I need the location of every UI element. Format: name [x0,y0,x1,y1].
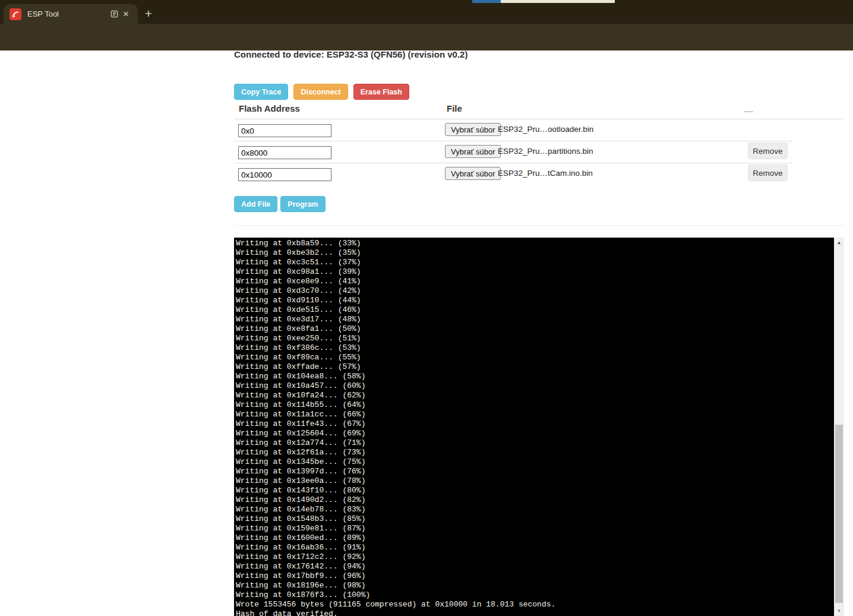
browser-tab-strip: ESP Tool × + [0,0,853,24]
terminal-line: Writing at 0x10a457... (60%) [236,381,834,391]
flash-address-input-row1[interactable] [238,124,331,137]
terminal-line: Writing at 0x125604... (69%) [236,429,834,438]
terminal-line: Writing at 0x1876f3... (100%) [236,590,834,600]
terminal-line: Writing at 0xc98a1... (39%) [236,267,834,277]
trace-controls: Copy Trace Disconnect Erase Flash [234,84,409,100]
flash-address-header: Flash Address [239,103,300,113]
program-controls: Add File Program [234,196,326,212]
file-name-row2: ESP32_Pru…partitions.bin [498,147,593,156]
terminal-line: Writing at 0x17bbf9... (96%) [236,571,834,581]
scrollbar-thumb[interactable] [835,425,843,603]
erase-flash-button[interactable]: Erase Flash [353,84,409,100]
copy-trace-button[interactable]: Copy Trace [234,84,288,100]
flash-address-input-row3[interactable] [238,168,331,181]
new-tab-button[interactable]: + [140,5,157,22]
scroll-up-icon[interactable]: ▲ [834,238,844,247]
terminal-line: Writing at 0xbe3b2... (35%) [236,248,834,258]
choose-file-button-row1[interactable]: Vybrať súbor [445,123,501,136]
file-name-row1: ESP32_Pru…ootloader.bin [498,125,593,134]
remove-column-header-dash [744,111,753,112]
terminal-line: Writing at 0xd3c70... (42%) [236,286,834,296]
remove-button-row2[interactable]: Remove [748,143,788,159]
flash-address-input-row2[interactable] [238,146,331,159]
top-edge-blue-strip [472,0,501,3]
terminal-line: Writing at 0xd9110... (44%) [236,296,834,305]
terminal-line: Writing at 0x114b55... (64%) [236,400,834,410]
tab-organize-icon[interactable] [108,8,120,20]
terminal-line: Writing at 0x16ab36... (91%) [236,543,834,552]
terminal-line: Writing at 0xce8e9... (41%) [236,277,834,286]
terminal-line: Hash of data verified. [236,609,834,616]
tab-title: ESP Tool [27,10,108,18]
browser-toolbar: espressif.github.io/esptool-js/ G 文 [0,24,853,50]
row-border [234,141,792,141]
terminal-line: Writing at 0xe8fa1... (50%) [236,324,834,334]
terminal-line: Writing at 0x13997d... (76%) [236,467,834,476]
file-name-row3: ESP32_Pru…tCam.ino.bin [498,169,593,178]
favicon-esp-icon [10,8,21,20]
choose-file-button-row3[interactable]: Vybrať súbor [445,167,501,180]
terminal-line: Writing at 0xb8a59... (33%) [236,239,834,248]
browser-tab[interactable]: ESP Tool × [4,4,138,24]
terminal-line: Writing at 0x1712c2... (92%) [236,552,834,562]
terminal-line: Writing at 0x11a1cc... (66%) [236,410,834,419]
remove-button-row3[interactable]: Remove [748,165,788,181]
choose-file-button-row2[interactable]: Vybrať súbor [445,145,501,158]
table-header-border [234,119,843,119]
terminal-scrollbar[interactable]: ▲ ▼ [834,238,844,616]
disconnect-button[interactable]: Disconnect [293,84,347,100]
terminal-line: Writing at 0x104ea8... (58%) [236,372,834,381]
terminal-line: Writing at 0x143f10... (80%) [236,486,834,495]
terminal-line: Writing at 0xffade... (57%) [236,362,834,372]
add-file-button[interactable]: Add File [234,196,277,212]
terminal-line: Writing at 0x12a774... (71%) [236,438,834,448]
terminal-line: Writing at 0x1345be... (75%) [236,457,834,467]
tab-close-icon[interactable]: × [120,9,132,19]
terminal-output: Writing at 0xb8a59... (33%)Writing at 0x… [234,238,834,616]
file-header: File [447,103,462,113]
row-border [234,163,792,163]
terminal-line: Writing at 0x159e81... (87%) [236,524,834,533]
terminal-line: Writing at 0x11fe43... (67%) [236,419,834,429]
terminal-line: Writing at 0xde515... (46%) [236,305,834,315]
terminal-line: Writing at 0xf386c... (53%) [236,343,834,353]
scroll-down-icon[interactable]: ▼ [834,606,844,615]
terminal-line: Writing at 0x1600ed... (89%) [236,533,834,543]
terminal-line: Writing at 0x10fa24... (62%) [236,391,834,400]
terminal-line: Writing at 0x13ee0a... (78%) [236,476,834,486]
terminal-line: Writing at 0x12f61a... (73%) [236,448,834,457]
terminal-line: Writing at 0x176142... (94%) [236,562,834,571]
divider [234,225,843,226]
terminal-line: Writing at 0xe3d17... (48%) [236,315,834,324]
esptool-page: Connected to device: ESP32-S3 (QFN56) (r… [0,50,853,616]
terminal-line: Writing at 0x1490d2... (82%) [236,495,834,505]
terminal-line: Writing at 0x18196e... (98%) [236,581,834,590]
terminal-line: Writing at 0xf89ca... (55%) [236,353,834,362]
terminal-line: Wrote 1553456 bytes (911165 compressed) … [236,600,834,609]
top-edge-white-strip [501,0,615,3]
terminal-line: Writing at 0x14eb78... (83%) [236,505,834,514]
terminal-line: Writing at 0x1548b3... (85%) [236,514,834,524]
terminal-line: Writing at 0xee250... (51%) [236,334,834,343]
terminal-line: Writing at 0xc3c51... (37%) [236,258,834,267]
connected-device-status: Connected to device: ESP32-S3 (QFN56) (r… [234,50,467,59]
program-button[interactable]: Program [280,196,325,212]
